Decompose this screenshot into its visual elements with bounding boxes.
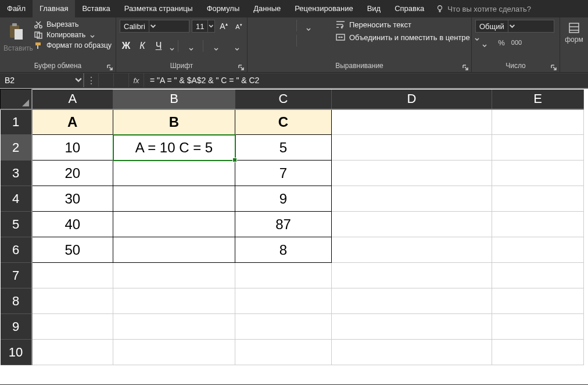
formula-options-button[interactable]: ⋮: [84, 73, 99, 87]
bold-button[interactable]: Ж: [120, 40, 132, 52]
font-size-combo[interactable]: 11: [192, 20, 215, 33]
increase-decimal-button[interactable]: .0.00: [525, 36, 538, 49]
tab-home[interactable]: Главная: [33, 0, 75, 17]
cell-C2[interactable]: 5: [235, 135, 332, 161]
tell-me-search[interactable]: Что вы хотите сделать?: [431, 0, 536, 17]
col-header-A[interactable]: A: [32, 90, 113, 109]
cell-D1[interactable]: [332, 109, 492, 135]
cell-A6[interactable]: 50: [32, 237, 113, 263]
cell-C1[interactable]: C: [235, 109, 332, 135]
cell-E6[interactable]: [492, 237, 584, 263]
cell-A1[interactable]: A: [32, 109, 113, 135]
cell-E9[interactable]: [492, 314, 584, 340]
cell-D3[interactable]: [332, 161, 492, 186]
italic-button[interactable]: К: [136, 40, 149, 52]
cell-A9[interactable]: [32, 314, 113, 340]
alignment-dialog-launcher[interactable]: [462, 63, 469, 70]
percent-format-button[interactable]: %: [495, 36, 508, 49]
row-header-1[interactable]: 1: [1, 109, 32, 135]
cell-E4[interactable]: [492, 186, 584, 212]
cut-button[interactable]: Вырезать: [33, 20, 113, 29]
cell-B4[interactable]: [113, 186, 235, 212]
align-middle-button[interactable]: [266, 20, 279, 33]
align-center-button[interactable]: [266, 35, 279, 48]
row-header-10[interactable]: 10: [1, 340, 32, 365]
row-header-3[interactable]: 3: [1, 161, 32, 186]
chevron-down-icon[interactable]: [170, 44, 174, 48]
tab-review[interactable]: Рецензирование: [288, 0, 360, 17]
cell-D5[interactable]: [332, 212, 492, 237]
cell-B1[interactable]: B: [113, 109, 235, 135]
tab-help[interactable]: Справка: [388, 0, 431, 17]
cell-D2[interactable]: [332, 135, 492, 161]
cond-format-icon[interactable]: [568, 22, 580, 35]
cell-D4[interactable]: [332, 186, 492, 212]
orientation-button[interactable]: [299, 20, 317, 33]
comma-format-button[interactable]: 000: [510, 36, 523, 49]
cell-A4[interactable]: 30: [32, 186, 113, 212]
cell-D9[interactable]: [332, 314, 492, 340]
fill-handle[interactable]: [232, 158, 237, 162]
cell-B5[interactable]: [113, 212, 235, 237]
align-bottom-button[interactable]: [281, 20, 294, 33]
wrap-text-button[interactable]: Переносить текст: [335, 20, 479, 29]
cell-C5[interactable]: 87: [235, 212, 332, 237]
insert-function-button[interactable]: fx: [129, 73, 144, 87]
cell-A2[interactable]: 10: [32, 135, 113, 161]
col-header-E[interactable]: E: [492, 90, 584, 109]
cell-E1[interactable]: [492, 109, 584, 135]
cell-B10[interactable]: [113, 340, 235, 365]
font-color-button[interactable]: [228, 40, 245, 52]
accounting-format-button[interactable]: $: [475, 36, 493, 49]
copy-button[interactable]: Копировать: [33, 30, 113, 40]
cell-E8[interactable]: [492, 288, 584, 314]
cell-C8[interactable]: [235, 288, 332, 314]
select-all-corner[interactable]: [1, 90, 32, 109]
fill-color-button[interactable]: [207, 40, 224, 52]
row-header-7[interactable]: 7: [1, 263, 32, 288]
borders-button[interactable]: [182, 40, 199, 52]
cell-A7[interactable]: [32, 263, 113, 288]
row-header-9[interactable]: 9: [1, 314, 32, 340]
tab-formulas[interactable]: Формулы: [200, 0, 247, 17]
row-header-4[interactable]: 4: [1, 186, 32, 212]
paste-button[interactable]: Вставить: [3, 20, 29, 52]
col-header-C[interactable]: C: [235, 90, 332, 109]
format-painter-button[interactable]: Формат по образцу: [33, 41, 113, 50]
cell-E3[interactable]: [492, 161, 584, 186]
cell-E2[interactable]: [492, 135, 584, 161]
cell-D8[interactable]: [332, 288, 492, 314]
clipboard-dialog-launcher[interactable]: [106, 63, 113, 70]
cell-D7[interactable]: [332, 263, 492, 288]
tab-page-layout[interactable]: Разметка страницы: [117, 0, 200, 17]
cell-D10[interactable]: [332, 340, 492, 365]
cell-C9[interactable]: [235, 314, 332, 340]
cell-A5[interactable]: 40: [32, 212, 113, 237]
cell-C7[interactable]: [235, 263, 332, 288]
tab-insert[interactable]: Вставка: [75, 0, 117, 17]
cell-C10[interactable]: [235, 340, 332, 365]
decrease-decimal-button[interactable]: .00.0: [540, 36, 553, 49]
formula-input[interactable]: = "A = " & $A$2 & " C = " & C2: [144, 73, 588, 87]
cell-A3[interactable]: 20: [32, 161, 113, 186]
number-dialog-launcher[interactable]: [550, 63, 557, 70]
name-box[interactable]: B2: [0, 73, 84, 87]
cell-E5[interactable]: [492, 212, 584, 237]
cell-B9[interactable]: [113, 314, 235, 340]
increase-indent-button[interactable]: [314, 35, 327, 48]
cell-B6[interactable]: [113, 237, 235, 263]
tab-view[interactable]: Вид: [360, 0, 388, 17]
underline-button[interactable]: Ч: [152, 40, 165, 52]
decrease-indent-button[interactable]: [299, 35, 312, 48]
enter-formula-button[interactable]: [114, 73, 129, 87]
row-header-2[interactable]: 2: [1, 135, 32, 161]
font-name-combo[interactable]: Calibri: [120, 20, 189, 33]
row-header-5[interactable]: 5: [1, 212, 32, 237]
cell-B7[interactable]: [113, 263, 235, 288]
row-header-6[interactable]: 6: [1, 237, 32, 263]
increase-font-size-button[interactable]: A▴: [217, 20, 230, 33]
align-top-button[interactable]: [251, 20, 264, 33]
cell-A10[interactable]: [32, 340, 113, 365]
cell-B3[interactable]: [113, 161, 235, 186]
decrease-font-size-button[interactable]: A▾: [232, 20, 245, 33]
